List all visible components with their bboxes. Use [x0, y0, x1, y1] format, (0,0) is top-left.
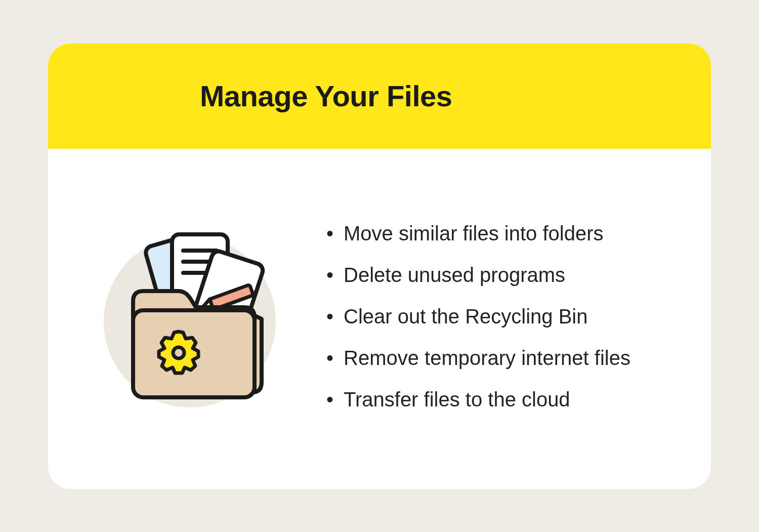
list-item: Delete unused programs [326, 262, 676, 288]
info-card: Manage Your Files [48, 44, 711, 489]
card-body: Move similar files into folders Delete u… [48, 149, 711, 489]
list-item: Move similar files into folders [326, 220, 676, 247]
tip-text: Move similar files into folders [344, 222, 604, 244]
tip-text: Transfer files to the cloud [344, 388, 570, 411]
tip-text: Delete unused programs [344, 264, 565, 286]
list-item: Remove temporary internet files [326, 345, 676, 371]
svg-point-9 [173, 347, 184, 358]
list-item: Transfer files to the cloud [326, 386, 676, 413]
card-header: Manage Your Files [48, 44, 711, 149]
folder-documents-gear-icon [94, 220, 286, 413]
tip-text: Clear out the Recycling Bin [344, 305, 587, 328]
tip-text: Remove temporary internet files [344, 347, 630, 369]
list-item: Clear out the Recycling Bin [326, 303, 676, 330]
card-title: Manage Your Files [200, 79, 452, 113]
tips-list: Move similar files into folders Delete u… [326, 220, 676, 413]
